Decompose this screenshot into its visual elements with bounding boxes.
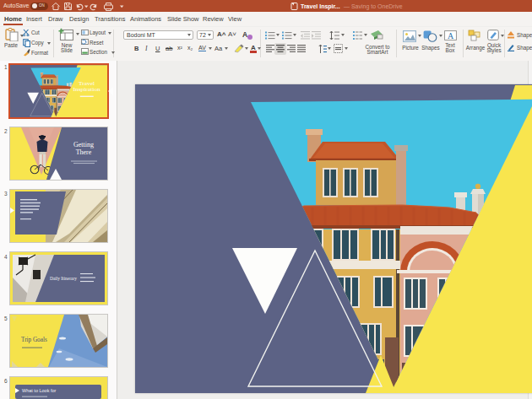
svg-text:Getting: Getting xyxy=(73,141,94,148)
svg-text:There: There xyxy=(76,148,92,156)
svg-text:Inspiration: Inspiration xyxy=(73,87,101,94)
svg-text:A: A xyxy=(448,31,454,40)
svg-text:Daily Itinerary: Daily Itinerary xyxy=(50,276,77,281)
svg-text:Travel: Travel xyxy=(79,80,95,87)
svg-text:What to Look for: What to Look for xyxy=(22,388,57,393)
svg-text:Trip Goals: Trip Goals xyxy=(21,337,47,343)
